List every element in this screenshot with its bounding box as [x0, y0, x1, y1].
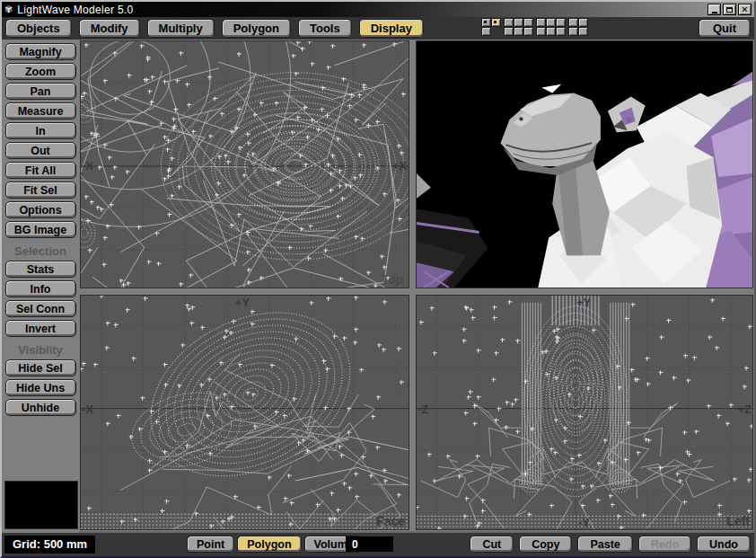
layer-10-bg[interactable]	[578, 27, 588, 36]
minimize-button[interactable]	[708, 4, 721, 15]
menu-modify[interactable]: Modify	[79, 19, 140, 38]
layer-selector	[481, 18, 588, 36]
measure-button[interactable]: Measure	[5, 102, 76, 120]
quit-button[interactable]: Quit	[699, 19, 751, 38]
selection-count-readout: 0	[346, 536, 393, 552]
selection-section-label: Selection	[14, 244, 66, 258]
title-bar[interactable]: ✾ LightWave Modeler 5.0 ✕	[2, 2, 754, 17]
zoom-button[interactable]: Zoom	[5, 63, 76, 80]
layer-5-bg[interactable]	[523, 27, 533, 36]
layer-6-bg[interactable]	[536, 27, 546, 36]
menu-objects[interactable]: Objects	[5, 19, 72, 38]
menu-display[interactable]: Display	[359, 19, 424, 38]
layer-8-fg[interactable]	[556, 18, 566, 27]
fit-sel-button[interactable]: Fit Sel	[5, 182, 76, 199]
copy-button[interactable]: Copy	[519, 536, 572, 553]
window-title: LightWave Modeler 5.0	[17, 4, 706, 16]
axis-label: +Z	[737, 403, 752, 416]
maximize-icon	[726, 7, 733, 13]
layer-9-bg[interactable]	[568, 27, 578, 36]
axis-label: +X	[392, 159, 407, 173]
invert-button[interactable]: Invert	[5, 320, 76, 337]
magnify-button[interactable]: Magnify	[5, 43, 76, 60]
preview-swatch	[4, 481, 78, 529]
point-mode-button[interactable]: Point	[187, 536, 234, 553]
layer-10-fg[interactable]	[578, 18, 588, 27]
app-icon: ✾	[4, 4, 13, 14]
sel-conn-button[interactable]: Sel Conn	[5, 300, 76, 317]
layer-2-fg[interactable]	[491, 18, 501, 27]
layer-6-fg[interactable]	[536, 18, 546, 27]
layer-9-fg[interactable]	[568, 18, 578, 27]
close-icon: ✕	[741, 5, 748, 14]
status-bar: Grid: 500 mm Point Polygon Volume 0 Cut …	[2, 533, 754, 556]
pan-button[interactable]: Pan	[5, 83, 76, 100]
layer-5-fg[interactable]	[523, 18, 533, 27]
layer-4-fg[interactable]	[514, 18, 523, 27]
layer-1-fg[interactable]	[481, 18, 491, 27]
menu-tools[interactable]: Tools	[298, 19, 352, 38]
layer-row-foreground	[481, 18, 588, 27]
menu-bar: Objects Modify Multiply Polygon Tools Di…	[2, 17, 754, 40]
grid-size-readout: Grid: 500 mm	[4, 536, 95, 554]
layer-4-bg[interactable]	[514, 27, 523, 36]
viewport-grid: -X +X Top	[79, 40, 754, 531]
minimize-icon	[712, 12, 717, 13]
paste-button[interactable]: Paste	[577, 536, 632, 553]
cut-button[interactable]: Cut	[470, 536, 514, 553]
wireframe-left-view	[417, 296, 752, 529]
edit-button-group: Cut Copy Paste Redo Undo	[470, 536, 751, 553]
tool-sidebar: Magnify Zoom Pan Measure In Out Fit All …	[2, 40, 79, 533]
undo-button[interactable]: Undo	[697, 536, 751, 553]
viewport-left-view[interactable]: +Y -Z +Z -Y Left	[416, 295, 753, 530]
app-window: ✾ LightWave Modeler 5.0 ✕ Objects Modify…	[0, 0, 756, 558]
redo-button[interactable]: Redo	[638, 536, 691, 553]
visibility-section-label: Visiblity	[18, 343, 63, 357]
hide-uns-button[interactable]: Hide Uns	[5, 379, 76, 396]
fit-all-button[interactable]: Fit All	[5, 162, 76, 179]
layer-8-bg[interactable]	[556, 27, 566, 36]
selection-mode-group: Point Polygon Volume	[187, 536, 364, 553]
options-button[interactable]: Options	[5, 201, 76, 218]
axis-label: -X	[82, 159, 93, 173]
wireframe-face-view	[81, 296, 409, 529]
layer-row-background	[481, 27, 588, 36]
axis-label: +Y	[235, 296, 250, 309]
viewport-name: Left	[726, 514, 750, 528]
axis-label: -X	[82, 403, 93, 416]
menu-multiply[interactable]: Multiply	[147, 19, 215, 38]
axis-label: -Y	[578, 516, 590, 529]
viewport-top-view[interactable]: -X +X Top	[80, 40, 409, 288]
viewport-shaded-preview[interactable]	[416, 40, 753, 288]
viewport-name: Face	[376, 514, 405, 528]
axis-label: +Y	[576, 296, 591, 309]
maximize-button[interactable]	[723, 4, 736, 15]
layer-3-fg[interactable]	[504, 18, 514, 27]
menu-tabs: Objects Modify Multiply Polygon Tools Di…	[5, 19, 424, 38]
info-button[interactable]: Info	[5, 280, 76, 297]
unhide-button[interactable]: Unhide	[5, 399, 76, 416]
stats-button[interactable]: Stats	[5, 261, 76, 278]
viewport-name: Top	[381, 272, 403, 287]
layer-1-bg[interactable]	[481, 27, 491, 36]
hide-sel-button[interactable]: Hide Sel	[5, 359, 76, 376]
axis-label: -Z	[418, 403, 428, 416]
menu-polygon[interactable]: Polygon	[222, 19, 291, 38]
bg-image-button[interactable]: BG Image	[5, 221, 76, 238]
layer-7-bg[interactable]	[546, 27, 556, 36]
layer-3-bg[interactable]	[504, 27, 514, 36]
viewport-face-view[interactable]: +Y -X Face	[80, 295, 409, 530]
layer-7-fg[interactable]	[546, 18, 556, 27]
wireframe-top-view	[81, 41, 409, 288]
close-button[interactable]: ✕	[738, 4, 752, 15]
zoom-in-button[interactable]: In	[5, 122, 76, 139]
shaded-model-render	[417, 41, 752, 288]
zoom-out-button[interactable]: Out	[5, 142, 76, 159]
polygon-mode-button[interactable]: Polygon	[237, 536, 301, 553]
